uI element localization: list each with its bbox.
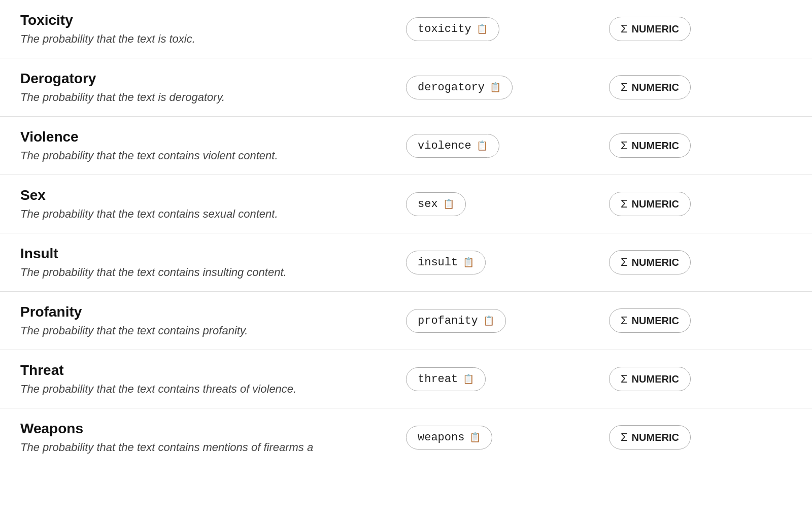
tag-pill-weapons[interactable]: weapons 📋 — [406, 426, 492, 450]
tag-label-toxicity: toxicity — [418, 23, 471, 36]
sigma-icon-threat: Σ — [621, 372, 628, 386]
type-pill-threat[interactable]: Σ NUMERIC — [609, 367, 691, 391]
sigma-icon-derogatory: Σ — [621, 81, 628, 94]
field-type-col: Σ NUMERIC — [609, 367, 761, 391]
field-name-col: Violence The probability that the text c… — [20, 129, 406, 162]
field-title-threat: Threat — [20, 362, 386, 378]
data-table: Toxicity The probability that the text i… — [0, 0, 812, 466]
field-title-derogatory: Derogatory — [20, 71, 386, 87]
table-row-toxicity: Toxicity The probability that the text i… — [0, 0, 812, 58]
field-name-col: Derogatory The probability that the text… — [20, 71, 406, 104]
tag-pill-derogatory[interactable]: derogatory 📋 — [406, 76, 513, 99]
tag-label-derogatory: derogatory — [418, 81, 485, 94]
sigma-icon-toxicity: Σ — [621, 22, 628, 36]
type-pill-insult[interactable]: Σ NUMERIC — [609, 250, 691, 274]
type-label-sex: NUMERIC — [632, 198, 679, 210]
type-pill-profanity[interactable]: Σ NUMERIC — [609, 308, 691, 333]
field-title-toxicity: Toxicity — [20, 12, 386, 28]
field-tag-col: violence 📋 — [406, 134, 609, 158]
field-title-weapons: Weapons — [20, 421, 386, 437]
type-pill-sex[interactable]: Σ NUMERIC — [609, 192, 691, 216]
field-title-insult: Insult — [20, 246, 386, 262]
field-name-col: Insult The probability that the text con… — [20, 246, 406, 279]
copy-icon-derogatory[interactable]: 📋 — [490, 82, 501, 93]
table-row-sex: Sex The probability that the text contai… — [0, 175, 812, 233]
tag-pill-toxicity[interactable]: toxicity 📋 — [406, 17, 499, 41]
field-tag-col: sex 📋 — [406, 192, 609, 216]
type-label-threat: NUMERIC — [632, 373, 679, 385]
type-label-violence: NUMERIC — [632, 140, 679, 152]
copy-icon-violence[interactable]: 📋 — [477, 140, 488, 151]
tag-label-weapons: weapons — [418, 431, 464, 444]
field-desc-threat: The probability that the text contains t… — [20, 383, 386, 396]
field-type-col: Σ NUMERIC — [609, 133, 761, 158]
field-name-col: Toxicity The probability that the text i… — [20, 12, 406, 46]
copy-icon-sex[interactable]: 📋 — [443, 198, 454, 210]
field-title-sex: Sex — [20, 187, 386, 203]
type-pill-violence[interactable]: Σ NUMERIC — [609, 133, 691, 158]
field-name-col: Threat The probability that the text con… — [20, 362, 406, 396]
field-type-col: Σ NUMERIC — [609, 192, 761, 216]
tag-label-violence: violence — [418, 140, 471, 152]
field-name-col: Weapons The probability that the text co… — [20, 421, 406, 454]
field-desc-insult: The probability that the text contains i… — [20, 266, 386, 279]
table-row-profanity: Profanity The probability that the text … — [0, 292, 812, 350]
field-tag-col: threat 📋 — [406, 367, 609, 391]
sigma-icon-insult: Σ — [621, 256, 628, 269]
type-pill-derogatory[interactable]: Σ NUMERIC — [609, 75, 691, 99]
copy-icon-threat[interactable]: 📋 — [463, 373, 474, 385]
tag-label-profanity: profanity — [418, 315, 478, 327]
tag-pill-violence[interactable]: violence 📋 — [406, 134, 499, 158]
type-label-insult: NUMERIC — [632, 257, 679, 268]
tag-pill-insult[interactable]: insult 📋 — [406, 251, 486, 274]
sigma-icon-weapons: Σ — [621, 431, 628, 444]
field-desc-toxicity: The probability that the text is toxic. — [20, 32, 386, 46]
field-type-col: Σ NUMERIC — [609, 425, 761, 450]
field-title-profanity: Profanity — [20, 304, 386, 320]
tag-pill-profanity[interactable]: profanity 📋 — [406, 309, 506, 333]
tag-pill-threat[interactable]: threat 📋 — [406, 367, 486, 391]
copy-icon-profanity[interactable]: 📋 — [483, 315, 494, 326]
type-pill-toxicity[interactable]: Σ NUMERIC — [609, 17, 691, 41]
field-tag-col: weapons 📋 — [406, 426, 609, 450]
tag-label-sex: sex — [418, 198, 438, 211]
sigma-icon-profanity: Σ — [621, 314, 628, 327]
tag-pill-sex[interactable]: sex 📋 — [406, 192, 466, 216]
field-title-violence: Violence — [20, 129, 386, 145]
field-name-col: Sex The probability that the text contai… — [20, 187, 406, 221]
field-type-col: Σ NUMERIC — [609, 308, 761, 333]
type-label-weapons: NUMERIC — [632, 432, 679, 443]
type-label-derogatory: NUMERIC — [632, 82, 679, 93]
type-label-profanity: NUMERIC — [632, 315, 679, 327]
field-desc-violence: The probability that the text contains v… — [20, 149, 386, 162]
field-type-col: Σ NUMERIC — [609, 75, 761, 99]
table-row-threat: Threat The probability that the text con… — [0, 350, 812, 408]
sigma-icon-sex: Σ — [621, 197, 628, 211]
field-tag-col: insult 📋 — [406, 251, 609, 274]
type-pill-weapons[interactable]: Σ NUMERIC — [609, 425, 691, 450]
tag-label-insult: insult — [418, 256, 458, 269]
copy-icon-toxicity[interactable]: 📋 — [477, 23, 488, 34]
copy-icon-weapons[interactable]: 📋 — [469, 432, 481, 443]
field-type-col: Σ NUMERIC — [609, 17, 761, 41]
copy-icon-insult[interactable]: 📋 — [463, 257, 474, 268]
field-tag-col: toxicity 📋 — [406, 17, 609, 41]
table-row-insult: Insult The probability that the text con… — [0, 233, 812, 292]
field-desc-derogatory: The probability that the text is derogat… — [20, 91, 386, 104]
table-row-violence: Violence The probability that the text c… — [0, 117, 812, 175]
field-desc-profanity: The probability that the text contains p… — [20, 324, 386, 337]
field-desc-weapons: The probability that the text contains m… — [20, 441, 386, 454]
tag-label-threat: threat — [418, 373, 458, 386]
table-row-weapons: Weapons The probability that the text co… — [0, 408, 812, 466]
type-label-toxicity: NUMERIC — [632, 23, 679, 35]
field-name-col: Profanity The probability that the text … — [20, 304, 406, 337]
field-tag-col: profanity 📋 — [406, 309, 609, 333]
table-row-derogatory: Derogatory The probability that the text… — [0, 58, 812, 117]
field-tag-col: derogatory 📋 — [406, 76, 609, 99]
field-type-col: Σ NUMERIC — [609, 250, 761, 274]
sigma-icon-violence: Σ — [621, 139, 628, 152]
field-desc-sex: The probability that the text contains s… — [20, 208, 386, 221]
